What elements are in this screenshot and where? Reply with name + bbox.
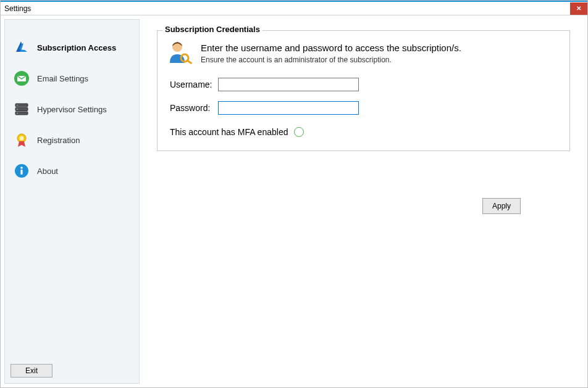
titlebar: Settings ✕ bbox=[1, 1, 587, 15]
credentials-heading: Enter the username and password to acces… bbox=[201, 43, 461, 53]
svg-point-9 bbox=[20, 136, 24, 141]
credentials-header: Enter the username and password to acces… bbox=[166, 39, 561, 67]
svg-point-5 bbox=[17, 105, 18, 106]
sidebar-item-email-settings[interactable]: Email Settings bbox=[10, 63, 134, 94]
sidebar-item-label: Email Settings bbox=[37, 74, 88, 83]
password-input[interactable] bbox=[218, 101, 359, 115]
mfa-toggle[interactable] bbox=[294, 127, 304, 137]
credentials-subheading: Ensure the account is an administrator o… bbox=[201, 56, 461, 64]
info-icon bbox=[14, 163, 30, 179]
svg-point-6 bbox=[17, 109, 18, 110]
exit-button[interactable]: Exit bbox=[10, 364, 52, 378]
email-icon bbox=[14, 70, 30, 86]
svg-point-7 bbox=[17, 113, 18, 114]
sidebar: Subscription Access Email Settings bbox=[4, 19, 140, 384]
credentials-fieldset: Subscription Credentials Enter the usern… bbox=[157, 30, 570, 151]
close-button[interactable]: ✕ bbox=[570, 2, 587, 15]
sidebar-item-label: About bbox=[37, 167, 58, 176]
password-row: Password: bbox=[170, 101, 561, 115]
sidebar-item-hypervisor-settings[interactable]: Hypervisor Settings bbox=[10, 94, 134, 125]
username-input[interactable] bbox=[218, 78, 359, 91]
sidebar-item-label: Subscription Access bbox=[37, 43, 116, 52]
credentials-legend: Subscription Credentials bbox=[162, 25, 262, 34]
svg-rect-12 bbox=[20, 170, 22, 175]
content: Subscription Access Email Settings bbox=[1, 15, 587, 387]
badge-icon bbox=[14, 132, 30, 148]
sidebar-item-label: Hypervisor Settings bbox=[37, 105, 107, 114]
username-label: Username: bbox=[170, 80, 218, 89]
azure-icon bbox=[14, 39, 30, 56]
svg-point-11 bbox=[20, 167, 23, 169]
window-title: Settings bbox=[4, 4, 31, 13]
password-label: Password: bbox=[170, 103, 218, 113]
sidebar-item-about[interactable]: About bbox=[10, 155, 134, 186]
server-icon bbox=[14, 101, 30, 117]
sidebar-item-registration[interactable]: Registration bbox=[10, 125, 134, 155]
mfa-row: This account has MFA enabled bbox=[170, 127, 561, 137]
apply-button[interactable]: Apply bbox=[482, 198, 521, 214]
user-key-icon bbox=[166, 39, 193, 67]
sidebar-item-label: Registration bbox=[37, 136, 80, 145]
main-panel: Subscription Credentials Enter the usern… bbox=[140, 19, 584, 384]
sidebar-item-subscription-access[interactable]: Subscription Access bbox=[10, 32, 134, 63]
credentials-header-text: Enter the username and password to acces… bbox=[201, 43, 461, 64]
sidebar-items: Subscription Access Email Settings bbox=[5, 20, 139, 191]
mfa-label: This account has MFA enabled bbox=[170, 127, 288, 137]
username-row: Username: bbox=[170, 78, 561, 91]
